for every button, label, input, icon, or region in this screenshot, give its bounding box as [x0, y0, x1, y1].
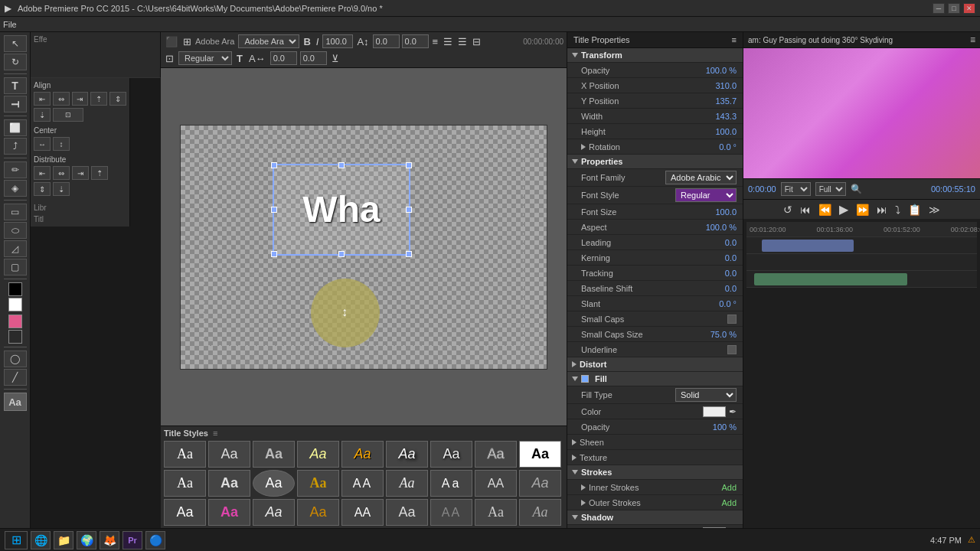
font-size-input[interactable] [322, 34, 353, 48]
handle-mid-right[interactable] [406, 207, 412, 213]
style-item-20[interactable]: Aa [208, 499, 250, 526]
style-item-24[interactable]: Aa [386, 499, 428, 526]
rotation-input[interactable] [373, 34, 400, 48]
handle-top-left[interactable] [271, 162, 277, 168]
taskbar-chrome[interactable]: 🌍 [77, 531, 96, 549]
fill-color-eyedropper[interactable]: ✒ [729, 406, 737, 417]
text-tool-h[interactable]: T [4, 77, 27, 94]
xposition-value[interactable]: 310.0 [691, 81, 737, 90]
style-item-7[interactable]: Aa [430, 441, 472, 468]
style-item-4[interactable]: Aa [297, 441, 339, 468]
aspect-input[interactable] [402, 34, 429, 48]
yposition-value[interactable]: 135.7 [691, 96, 737, 106]
insert-btn[interactable]: ⤵ [893, 204, 902, 216]
taskbar-browser2[interactable]: 🔵 [145, 531, 165, 549]
taskbar-notify[interactable]: ⚠ [968, 535, 975, 545]
leading-prop-value[interactable]: 0.0 [691, 238, 737, 247]
texture-expand-icon[interactable] [572, 455, 577, 461]
rotate-tool[interactable]: ↻ [4, 54, 27, 70]
align-left-text-icon[interactable]: ≡ [431, 35, 440, 48]
style-item-5[interactable]: Aa [341, 441, 384, 468]
color-picker[interactable] [8, 315, 22, 328]
style-item-27[interactable]: Aa [519, 499, 561, 526]
height-value[interactable]: 100.0 [691, 127, 737, 136]
style-item-23[interactable]: AA [341, 499, 384, 526]
handle-top-center[interactable] [338, 162, 345, 168]
rotation-value[interactable]: 0.0 ° [691, 142, 737, 152]
style-item-14[interactable]: AA [341, 470, 384, 497]
line-tool[interactable]: ╱ [4, 369, 27, 386]
baseline-icon[interactable]: ⊻ [330, 52, 341, 65]
style-item-3[interactable]: Aa [253, 441, 295, 468]
fill-type-select[interactable]: Solid Linear Gradient Radial Gradient [675, 388, 737, 402]
smallcaps-toggle[interactable] [727, 315, 737, 324]
title-styles-menu-icon[interactable]: ≡ [213, 429, 217, 438]
lead-input[interactable] [300, 51, 327, 65]
style-item-16[interactable]: Aa [430, 470, 472, 497]
text-style-icon[interactable]: ⊡ [164, 52, 175, 65]
circle-tool-2[interactable]: ◯ [4, 350, 27, 367]
timeline-track-2[interactable] [746, 254, 977, 271]
style-item-12[interactable]: Aa [253, 470, 295, 497]
pen-tool[interactable]: ✏ [4, 161, 27, 178]
align-vcenter-btn[interactable]: ⇕ [109, 92, 126, 106]
align-left-btn[interactable]: ⇤ [34, 92, 51, 106]
style-item-13[interactable]: Aa [297, 470, 339, 497]
circle-object[interactable] [311, 279, 380, 347]
close-button[interactable]: ✕ [963, 3, 975, 14]
rotation-expand-icon[interactable] [581, 144, 586, 150]
taskbar-premiere[interactable]: Pr [122, 531, 142, 549]
dist-h-btn[interactable]: ⇔ [53, 166, 70, 180]
taskbar-explorer[interactable]: 🌐 [31, 531, 51, 549]
style-item-1[interactable]: Aa [164, 441, 206, 468]
opacity-value[interactable]: 100.0 % [691, 66, 737, 75]
properties-section[interactable]: Properties [567, 155, 743, 169]
dist-bottom-btn[interactable]: ⇣ [53, 182, 70, 196]
wedge-tool[interactable]: ◿ [4, 240, 27, 257]
align-to-title[interactable]: ⊡ [53, 108, 83, 122]
italic-icon[interactable]: I [315, 35, 321, 48]
align-center-text-icon[interactable]: ☰ [442, 35, 454, 48]
settings-btn[interactable]: ≫ [927, 204, 942, 216]
handle-mid-left[interactable] [271, 207, 277, 213]
outer-strokes-icon[interactable] [581, 500, 586, 506]
bold2-icon[interactable]: T [235, 52, 244, 65]
width-value[interactable]: 143.3 [691, 112, 737, 121]
sheen-expand-icon[interactable] [572, 439, 577, 445]
font-size-icon[interactable]: A↕ [355, 35, 370, 48]
font-family-select[interactable]: Adobe Arabic [238, 34, 299, 48]
timeline-track-1[interactable] [746, 237, 977, 254]
style-item-2[interactable]: Aa [208, 441, 250, 468]
shadow-color-eyedropper[interactable]: ✒ [729, 527, 737, 529]
outer-strokes-add[interactable]: Add [691, 498, 737, 507]
fill-enabled-checkbox[interactable] [581, 375, 589, 383]
handle-bottom-center[interactable] [338, 251, 345, 257]
baseline-prop-value[interactable]: 0.0 [691, 284, 737, 293]
anchor-tool[interactable]: ◈ [4, 180, 27, 197]
transform-section[interactable]: Transform [567, 48, 743, 63]
play-btn[interactable]: ▶ [838, 202, 850, 217]
style-item-11[interactable]: Aa [208, 470, 250, 497]
inner-strokes-icon[interactable] [581, 484, 586, 491]
rounded-rect-tool[interactable]: ▢ [4, 259, 27, 276]
style-item-21[interactable]: Aa [253, 499, 295, 526]
aspect-prop-value[interactable]: 100.0 % [691, 223, 737, 232]
style-item-22[interactable]: Aa [297, 499, 339, 526]
style-item-9[interactable]: Aa [519, 441, 561, 468]
tracking-prop-value[interactable]: 0.0 [691, 269, 737, 278]
timeline-track-3[interactable] [746, 271, 977, 288]
kern-icon[interactable]: A↔ [247, 52, 267, 65]
style-item-25[interactable]: AA [430, 499, 472, 526]
menu-file[interactable]: File [3, 20, 17, 29]
shadow-color-swatch[interactable] [703, 527, 726, 529]
font-preview-btn[interactable]: Aa [4, 393, 27, 411]
fill-section[interactable]: Fill [567, 372, 743, 386]
fill-opacity-value[interactable]: 100 % [691, 422, 737, 432]
track-clip-1[interactable] [762, 240, 854, 252]
text-object[interactable]: Wha [273, 164, 410, 256]
distort-section[interactable]: Distort [567, 357, 743, 372]
canvas-area[interactable]: Wha ↕ [161, 68, 567, 425]
dist-right-btn[interactable]: ⇥ [72, 166, 89, 180]
area-text-tool[interactable]: ⬜ [4, 119, 27, 136]
align-bottom-btn[interactable]: ⇣ [34, 108, 51, 122]
